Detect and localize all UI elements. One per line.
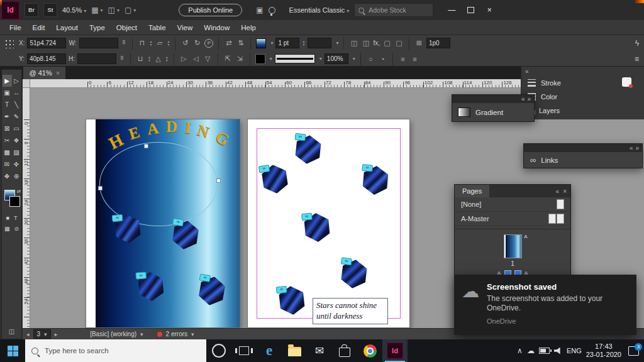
panel-tab-color[interactable]: Color <box>521 90 644 104</box>
flip-horizontal-icon[interactable]: ⇄ <box>224 39 233 47</box>
stepper-icon[interactable]: ▲▼ <box>302 40 305 46</box>
language-indicator[interactable]: ENG <box>567 347 582 354</box>
menu-view[interactable]: View <box>172 24 199 31</box>
hexagon-image[interactable]: ∞ <box>170 219 201 251</box>
corner-options-icon[interactable]: ⊞ <box>414 39 424 47</box>
previous-page-icon[interactable]: ◂ <box>26 331 30 337</box>
type-tool[interactable]: T <box>3 99 12 111</box>
preflight-errors[interactable]: 2 errors <box>166 331 187 337</box>
note-tool[interactable]: ✉ <box>3 158 12 170</box>
gradient-swatch-icon[interactable] <box>458 107 470 117</box>
swap-fill-stroke-icon[interactable]: ⇄ <box>17 189 21 194</box>
hexagon-image[interactable]: ∞ <box>339 258 369 290</box>
collapse-icon[interactable]: « <box>521 96 525 102</box>
menu-window[interactable]: Window <box>198 24 235 31</box>
hexagon-image[interactable]: ∞ <box>303 212 331 243</box>
taskbar-search[interactable] <box>25 339 206 362</box>
stroke-type-dropdown[interactable] <box>308 38 331 48</box>
gradient-panel-label[interactable]: Gradient <box>475 109 503 116</box>
screen-mode-icon[interactable]: ◫ <box>9 328 14 335</box>
eyedropper-tool[interactable]: ✜ <box>12 158 21 170</box>
battery-icon[interactable] <box>539 348 550 354</box>
zoom-level-dropdown[interactable]: 40.5%▾ <box>62 6 86 14</box>
fill-color-swatch[interactable] <box>256 38 266 48</box>
caption-text-frame[interactable]: Stars cannot shine until darkness <box>313 298 388 324</box>
opacity-icon[interactable]: ○ <box>366 55 375 63</box>
mail-button[interactable]: ✉ <box>307 339 332 362</box>
x-position-field[interactable]: 51p4.724 <box>27 38 66 48</box>
panel-menu-icon[interactable]: ≡ <box>635 55 639 63</box>
volume-icon[interactable] <box>554 348 562 354</box>
relative-to-page-icon[interactable]: P <box>204 39 213 48</box>
next-page-icon[interactable]: ▸ <box>55 331 58 337</box>
pages-row-none[interactable]: [None] <box>455 197 570 212</box>
hand-tool[interactable]: ✥ <box>3 170 12 182</box>
stroke-weight-field[interactable]: 1 pt <box>275 38 299 48</box>
effects-icon[interactable]: ◫ <box>349 39 358 47</box>
clock[interactable]: 17:43 23-01-2020 <box>586 343 621 359</box>
pages-row-amaster[interactable]: A-Master <box>455 212 570 226</box>
flip-icon[interactable]: ◁ <box>191 55 201 63</box>
lightbulb-icon[interactable] <box>269 7 275 14</box>
close-panel-icon[interactable]: × <box>563 188 567 195</box>
cortana-button[interactable] <box>206 339 231 362</box>
taskbar-search-input[interactable] <box>43 346 184 355</box>
device-preview-icon[interactable]: ▣ <box>256 6 263 14</box>
gradient-feather-tool[interactable]: ▨ <box>12 146 21 158</box>
publish-online-button[interactable]: Publish Online <box>179 4 242 16</box>
line-tool[interactable]: ╲ <box>12 99 21 111</box>
menu-layout[interactable]: Layout <box>50 24 84 31</box>
shear-angle-icon[interactable]: △ <box>153 55 163 63</box>
page-tool[interactable]: ▣ <box>3 87 12 99</box>
indesign-taskbar-button[interactable]: Id <box>382 339 408 362</box>
close-button[interactable]: × <box>480 1 499 19</box>
expand-icon[interactable]: » <box>635 145 639 151</box>
flip-icon[interactable]: ▽ <box>203 55 213 63</box>
start-button[interactable] <box>0 339 25 362</box>
links-panel-label[interactable]: Links <box>541 156 558 164</box>
collapse-icon[interactable]: « <box>630 145 633 151</box>
cc-libraries-icon[interactable] <box>622 77 631 87</box>
hexagon-image[interactable]: ∞ <box>294 134 323 165</box>
stepper-icon[interactable]: ▲▼ <box>150 40 153 46</box>
menu-help[interactable]: Help <box>235 24 262 31</box>
pen-tool[interactable]: ✒ <box>3 111 12 123</box>
close-document-icon[interactable]: × <box>56 69 60 77</box>
stepper-icon[interactable]: ▲▼ <box>165 56 169 62</box>
menu-edit[interactable]: Edit <box>27 24 51 31</box>
task-view-button[interactable] <box>231 339 257 362</box>
gap-tool[interactable]: ↔ <box>12 87 21 99</box>
file-explorer-button[interactable] <box>282 339 307 362</box>
wrap-around-icon[interactable]: ▢ <box>394 39 404 47</box>
page-1-thumbnail[interactable]: A <box>504 234 522 258</box>
store-button[interactable] <box>332 339 357 362</box>
document-tab[interactable]: @ 41% × <box>23 67 65 79</box>
select-container-icon[interactable]: ⇱ <box>223 55 233 63</box>
rectangle-frame-tool[interactable]: ⊠ <box>3 123 12 134</box>
hexagon-image[interactable]: ∞ <box>196 275 227 308</box>
height-field[interactable] <box>77 53 116 64</box>
hexagon-image[interactable]: ∞ <box>260 163 290 195</box>
onedrive-tray-icon[interactable]: ☁ <box>527 346 535 355</box>
edge-button[interactable]: e <box>257 339 282 362</box>
quick-apply-icon[interactable]: ϟ <box>635 39 639 48</box>
selection-tool[interactable]: ▶ <box>3 75 12 87</box>
align-icon[interactable]: ≡ <box>398 55 408 63</box>
hexagon-image[interactable]: ∞ <box>361 165 390 195</box>
collapse-icon[interactable]: « <box>556 188 560 195</box>
select-content-icon[interactable]: ⇲ <box>235 55 245 63</box>
hexagon-image[interactable]: ∞ <box>113 213 143 244</box>
gradient-swatch-tool[interactable]: ▩ <box>3 146 12 158</box>
stepper-icon[interactable]: ▲▼ <box>148 56 151 62</box>
hexagon-image[interactable]: ∞ <box>277 285 307 316</box>
constrain-proportions-icon[interactable]: ∞ <box>120 40 127 47</box>
fx-label[interactable]: fx, <box>373 40 380 47</box>
blend-icon[interactable]: ◔ <box>378 55 387 63</box>
free-transform-tool[interactable]: ❖ <box>12 134 21 146</box>
view-options-dropdown[interactable]: ▦▾ <box>91 6 103 14</box>
opacity-field[interactable]: 100% <box>325 53 348 64</box>
scissors-tool[interactable]: ✂ <box>3 134 12 146</box>
constrain-proportions-icon[interactable]: ∞ <box>118 56 125 62</box>
wrap-icon[interactable]: ▢ <box>382 39 392 47</box>
arrange-documents-dropdown[interactable]: ▢▾ <box>125 6 136 14</box>
